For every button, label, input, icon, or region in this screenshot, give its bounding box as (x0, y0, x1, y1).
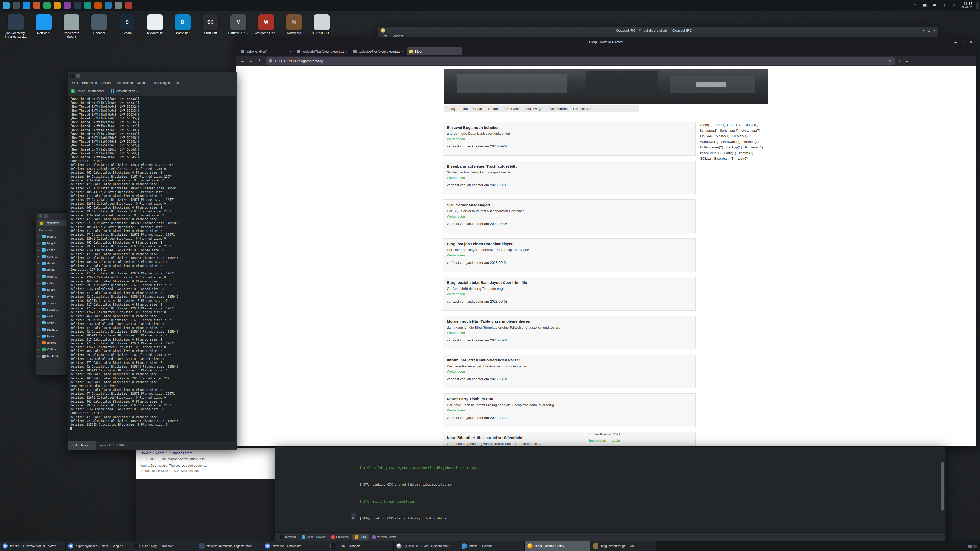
ark-file-row[interactable]: ▸ theme... (37, 333, 68, 340)
panel-edge-widget[interactable] (976, 2, 979, 9)
taskbar-item[interactable]: : -sh — Konsole (328, 541, 393, 551)
url-text[interactable]: 127.0.0.1:8080/blog/content/tag (275, 59, 886, 63)
close-icon[interactable]: × (933, 29, 935, 32)
pager-desktop-1[interactable] (968, 545, 972, 548)
tag-link[interactable]: Alpine(1) (716, 134, 729, 138)
tab-close-icon[interactable]: × (345, 49, 348, 53)
expand-arrow-icon[interactable]: ▸ (38, 295, 40, 298)
virtual-desktop-pager[interactable] (965, 541, 980, 551)
panel-launcher-icon[interactable] (33, 2, 40, 9)
blog-nav-link[interactable]: Bollerwagen (523, 107, 547, 111)
tag-link[interactable]: Hardware(4) (721, 140, 740, 144)
panel-launcher-icon[interactable] (105, 2, 112, 9)
desktop-icon[interactable]: B Battle.net (170, 14, 195, 39)
expand-arrow-icon[interactable]: ▸ (38, 328, 40, 331)
konsole-tab[interactable]: (root) 10.1.2.209 × (96, 441, 132, 450)
toolview-button[interactable]: Version Control (370, 534, 400, 540)
taskbar-item[interactable]: public — Dolphin (459, 541, 525, 551)
tag-link[interactable]: Windows(1) (700, 140, 718, 144)
ark-file-row[interactable]: ▸ conf.c... (37, 247, 68, 253)
desktop-icon[interactable]: N Northgard (282, 14, 306, 39)
tag-link[interactable]: libhtmlpp(4) (721, 129, 738, 132)
desktop-icon[interactable]: Textdatei.txt (143, 14, 167, 39)
panel-launcher-icon[interactable] (13, 2, 20, 9)
expand-arrow-icon[interactable]: ▸ (38, 256, 40, 258)
konsole-menu-item[interactable]: Bearbeiten (82, 81, 97, 85)
minimize-icon[interactable]: – (955, 40, 957, 44)
expand-arrow-icon[interactable]: ▸ (38, 315, 40, 318)
konsole-menu-item[interactable]: Einstellungen (151, 81, 170, 85)
tag-link[interactable]: test(0) (738, 157, 748, 160)
expand-arrow-icon[interactable]: ▸ (38, 308, 40, 311)
tag-link[interactable]: C++(7) (731, 123, 741, 127)
post-read-more-link[interactable]: Weiterlesen (447, 370, 691, 373)
hamburger-menu-icon[interactable]: ≡ (905, 59, 908, 63)
konsole-tab[interactable]: build : blogi × (68, 441, 96, 450)
expand-arrow-icon[interactable]: ▸ (38, 322, 40, 324)
blog-nav-link[interactable]: Klemmbahn (547, 107, 570, 111)
tag-link[interactable]: Linux(4) (700, 134, 713, 138)
tag-link[interactable]: libhtml(1) (739, 151, 753, 155)
build-vertical-tab[interactable]: Build (351, 511, 355, 521)
panel-launcher-icon[interactable] (43, 2, 51, 9)
blog-nav-link[interactable]: Youtube (485, 107, 502, 111)
desktop-icon[interactable]: 36 37-0835t... (310, 14, 334, 39)
taskbar-item[interactable]: Quassel IRC - #musl (libera.chat) ... (393, 541, 459, 551)
tab-close-icon[interactable]: × (90, 444, 92, 447)
tag-link[interactable]: libhttppp(2) (700, 129, 718, 132)
ark-file-row[interactable]: ▸ gitigno... (37, 340, 68, 346)
maximize-icon[interactable]: ▴ (928, 29, 930, 32)
tag-link[interactable]: Proxmox(1) (745, 145, 763, 149)
ark-file-row[interactable]: ▸ datab... (37, 267, 68, 273)
ark-file-row[interactable]: ▸ theme... (37, 326, 68, 333)
close-icon[interactable]: × (970, 40, 972, 44)
desktop-icon[interactable]: S Steam (115, 14, 139, 39)
tab-close-icon[interactable]: × (126, 444, 128, 447)
tray-icon[interactable]: ♪ (942, 3, 947, 8)
panel-launcher-icon[interactable] (115, 2, 122, 9)
taskbar-item[interactable]: New Tab - Chromium (262, 541, 328, 551)
expand-arrow-icon[interactable]: ▸ (38, 242, 40, 245)
tag-link[interactable]: Party(1) (724, 151, 736, 155)
tag-link[interactable]: Ceph(1) (715, 123, 728, 127)
maximize-icon[interactable]: □ (962, 40, 964, 44)
blog-nav-link[interactable]: Gitlab (470, 107, 485, 111)
tag-link[interactable]: Atom(1) (700, 123, 712, 127)
terminal-output[interactable]: [New Thread 0x7fffbffff6c0 (LWP 53330)][… (68, 96, 236, 441)
ark-file-row[interactable]: ▸ editor... (37, 273, 68, 280)
ark-file-row[interactable]: ▸ conf.h... (37, 253, 68, 260)
post-read-more-link[interactable]: Weiterlesen (447, 137, 691, 141)
blog-nav-link[interactable]: Blog (445, 107, 458, 111)
expand-arrow-icon[interactable]: ▸ (38, 249, 40, 251)
desktop-icon[interactable]: W Wargame Red... (254, 14, 278, 39)
post-read-more-link[interactable]: Weiterlesen (447, 253, 691, 257)
panel-launcher-icon[interactable] (94, 2, 102, 9)
desktop-icon[interactable]: SC StarCraft (198, 14, 223, 39)
ark-file-row[interactable]: ▸ blogi... (37, 233, 68, 240)
ark-column-header[interactable]: Dateiname (37, 227, 68, 233)
taskbar-item[interactable]: blogi-export.tar.gz — Ark (590, 541, 656, 551)
blog-nav-link[interactable]: Files (458, 107, 470, 111)
tag-link[interactable]: Bollerwagen(2) (700, 145, 723, 149)
ark-file-row[interactable]: ▸ plugin... (37, 293, 68, 300)
expand-arrow-icon[interactable]: ▸ (38, 275, 40, 278)
desktop-icon[interactable]: Rechner (87, 14, 111, 39)
back-icon[interactable]: ← (240, 59, 245, 64)
blog-nav-link[interactable]: Über Mich (503, 107, 523, 111)
firefox-tab[interactable]: tuxist.de/files/blogi-export.ta × (294, 48, 350, 55)
blog-nav-link[interactable]: Gameserver (570, 107, 594, 111)
ark-file-row[interactable]: ▸ editor... (37, 280, 68, 286)
toolview-button[interactable]: Code Browser (299, 534, 328, 540)
toolview-button[interactable]: Terminal (277, 534, 298, 540)
ark-toolbar-icon[interactable] (44, 214, 48, 218)
panel-launcher-icon[interactable] (84, 2, 91, 9)
ark-file-row[interactable]: ▸ blogi.l... (37, 240, 68, 247)
tag-link[interactable]: Blogi(10) (745, 123, 759, 127)
expand-arrow-icon[interactable]: ▸ (38, 235, 40, 238)
url-field[interactable]: 127.0.0.1:8080/blog/content/tag ☆ (266, 57, 895, 65)
google-result-link[interactable]: HowTo: Export C++ classes from ... (140, 451, 271, 455)
bookmark-star-icon[interactable]: ☆ (888, 59, 892, 63)
desktop-icon[interactable]: Papierkorb (Leer) (59, 14, 84, 39)
konsole-menu-item[interactable]: Ansicht (101, 81, 111, 85)
konsole-menu-item[interactable]: Datei (71, 81, 78, 85)
